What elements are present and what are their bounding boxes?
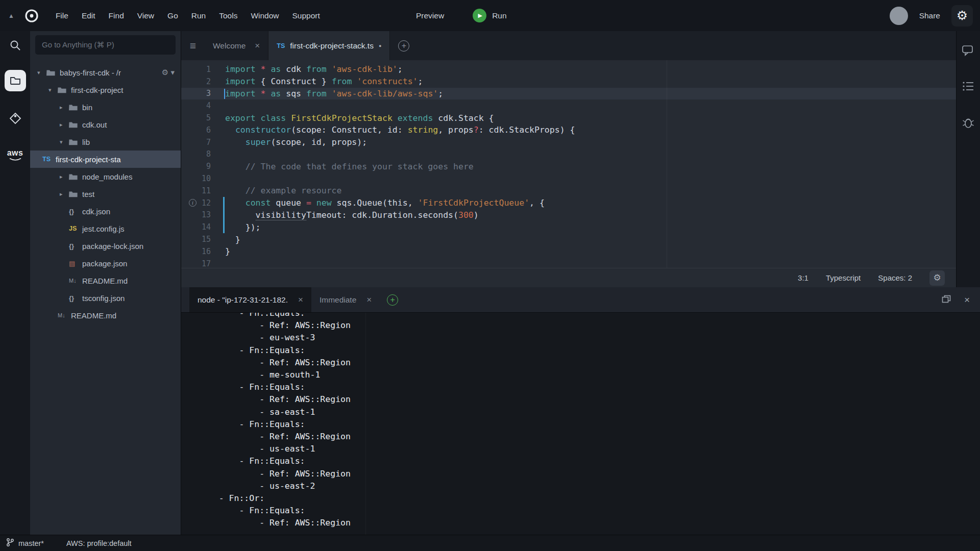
indentation-setting[interactable]: Spaces: 2: [878, 273, 912, 282]
tree-item-first-cdk-project-sta[interactable]: TSfirst-cdk-project-sta: [30, 151, 181, 168]
code-line-6[interactable]: 6 constructor(scope: Construct, id: stri…: [181, 124, 956, 136]
code-line-8[interactable]: 8: [181, 148, 956, 161]
code-line-15[interactable]: 15 }: [181, 233, 956, 245]
line-number: 6: [181, 126, 211, 135]
tab-first-cdk-project-stack[interactable]: TS first-cdk-project-stack.ts ●: [268, 31, 390, 60]
code-line-4[interactable]: 4: [181, 99, 956, 112]
chevron-down-icon: ▾: [48, 87, 58, 93]
close-terminal-tab-icon[interactable]: ×: [298, 295, 303, 305]
menu-view[interactable]: View: [131, 11, 161, 20]
menu-bar-center: Preview ▶ Run: [416, 9, 507, 22]
close-immediate-tab-icon[interactable]: ×: [366, 295, 372, 305]
close-console-icon[interactable]: ×: [964, 294, 970, 306]
aws-explorer-icon[interactable]: aws: [7, 148, 23, 161]
editor-tab-bar: ≡ Welcome × TS first-cdk-project-stack.t…: [181, 31, 956, 60]
code-line-3[interactable]: 3import * as sqs from 'aws-cdk-lib/aws-s…: [181, 88, 956, 100]
code-text: import * as sqs from 'aws-cdk-lib/aws-sq…: [211, 89, 443, 98]
code-editor[interactable]: 1import * as cdk from 'aws-cdk-lib';2imp…: [181, 60, 956, 287]
aws-profile-label[interactable]: AWS: profile:default: [66, 539, 132, 547]
code-line-2[interactable]: 2import { Construct } from 'constructs';: [181, 76, 956, 88]
outline-icon[interactable]: [962, 81, 974, 93]
tab-welcome[interactable]: Welcome ×: [205, 31, 268, 60]
tree-item-label: jest.config.js: [82, 224, 125, 233]
language-mode[interactable]: Typescript: [826, 273, 861, 282]
tree-settings-gear-icon[interactable]: ⚙ ▾: [162, 68, 181, 77]
tree-item-babys-first-cdk-r[interactable]: ▾babys-first-cdk - /r⚙ ▾: [30, 64, 181, 81]
tab-list-button[interactable]: ≡: [181, 31, 205, 60]
file-explorer-icon[interactable]: [5, 70, 26, 91]
maximize-console-icon[interactable]: [942, 295, 951, 305]
git-branch-label[interactable]: master*: [18, 539, 44, 547]
tab-immediate[interactable]: Immediate ×: [311, 287, 380, 312]
tree-item-cdk-json[interactable]: {}cdk.json: [30, 203, 181, 220]
cloud9-logo[interactable]: [23, 8, 40, 24]
chevron-right-icon: ▸: [60, 104, 69, 111]
code-line-10[interactable]: 10: [181, 172, 956, 185]
tree-item-bin[interactable]: ▸bin: [30, 98, 181, 116]
code-text: export class FirstCdkProjectStack extend…: [211, 113, 494, 123]
line-number: 9: [181, 162, 211, 171]
editor-settings-gear-icon[interactable]: ⚙: [929, 270, 945, 286]
folder-icon: [69, 139, 82, 145]
code-line-13[interactable]: 13 visibilityTimeout: cdk.Duration.secon…: [181, 209, 956, 221]
tree-item-node-modules[interactable]: ▸node_modules: [30, 168, 181, 185]
tree-item-tsconfig-json[interactable]: {}tsconfig.json: [30, 289, 181, 307]
tree-item-cdk-out[interactable]: ▸cdk.out: [30, 116, 181, 133]
tree-item-label: cdk.json: [82, 207, 110, 216]
tree-item-lib[interactable]: ▾lib: [30, 133, 181, 151]
tree-item-label: bin: [82, 103, 92, 112]
terminal-tab-label: node - "ip-172-31-21-182.: [198, 295, 288, 305]
new-tab-button[interactable]: +: [390, 31, 418, 60]
code-line-9[interactable]: 9 // The code that defines your stack go…: [181, 160, 956, 172]
code-line-5[interactable]: 5export class FirstCdkProjectStack exten…: [181, 112, 956, 124]
code-line-16[interactable]: 16}: [181, 245, 956, 258]
tree-item-first-cdk-project[interactable]: ▾first-cdk-project: [30, 81, 181, 98]
tree-item-jest-config-js[interactable]: JSjest.config.js: [30, 220, 181, 237]
code-line-14[interactable]: 14 });: [181, 221, 956, 233]
tab-terminal[interactable]: node - "ip-172-31-21-182. ×: [189, 287, 311, 312]
collapse-menubar-icon[interactable]: ▲: [8, 12, 14, 19]
menu-go[interactable]: Go: [161, 11, 185, 20]
line-number: 7: [181, 138, 211, 147]
menu-window[interactable]: Window: [244, 11, 285, 20]
preview-button[interactable]: Preview: [416, 11, 444, 20]
tree-item-readme-md[interactable]: M↓README.md: [30, 307, 181, 324]
git-branch-icon[interactable]: [6, 538, 14, 548]
search-icon[interactable]: [9, 39, 21, 52]
code-line-1[interactable]: 1import * as cdk from 'aws-cdk-lib';: [181, 63, 956, 76]
tree-item-readme-md[interactable]: M↓README.md: [30, 272, 181, 289]
code-line-11[interactable]: 11 // example resource: [181, 185, 956, 197]
code-line-7[interactable]: 7 super(scope, id, props);: [181, 136, 956, 148]
terminal-output[interactable]: - Fn::Equals: - Ref: AWS::Region - eu-we…: [181, 313, 980, 535]
md-badge: M↓: [58, 312, 65, 318]
new-console-tab-button[interactable]: +: [387, 294, 398, 306]
tree-item-label: first-cdk-project-sta: [56, 155, 121, 164]
code-line-12[interactable]: 12 const queue = new sqs.Queue(this, 'Fi…: [181, 197, 956, 209]
tree-item-package-lock-json[interactable]: {}package-lock.json: [30, 237, 181, 255]
code-text: constructor(scope: Construct, id: string…: [211, 125, 575, 135]
debugger-bug-icon[interactable]: [962, 116, 974, 131]
menu-support[interactable]: Support: [286, 11, 327, 20]
menu-edit[interactable]: Edit: [75, 11, 102, 20]
line-number: 13: [181, 210, 211, 219]
tree-item-package-json[interactable]: ▤package.json: [30, 255, 181, 272]
menu-file[interactable]: File: [49, 11, 75, 20]
collaborate-icon[interactable]: [962, 44, 975, 59]
folder-icon: [58, 87, 71, 93]
menu-run[interactable]: Run: [185, 11, 212, 20]
tree-item-label: README.md: [71, 311, 116, 320]
menu-find[interactable]: Find: [102, 11, 131, 20]
tree-item-test[interactable]: ▸test: [30, 185, 181, 203]
goto-anything-input[interactable]: Go to Anything (⌘ P): [35, 35, 176, 55]
menu-bar: ▲ FileEditFindViewGoRunToolsWindowSuppor…: [0, 0, 980, 31]
avatar[interactable]: [890, 7, 908, 25]
preferences-gear-icon[interactable]: ⚙: [951, 5, 973, 27]
share-button[interactable]: Share: [919, 11, 940, 20]
source-control-icon[interactable]: [9, 112, 22, 125]
run-button[interactable]: ▶ Run: [473, 9, 506, 22]
close-tab-icon[interactable]: ×: [255, 41, 260, 51]
info-annotation-icon[interactable]: i: [189, 199, 197, 207]
md-file-icon: M↓: [58, 312, 71, 318]
npm-badge: ▤: [69, 260, 75, 267]
menu-tools[interactable]: Tools: [212, 11, 244, 20]
